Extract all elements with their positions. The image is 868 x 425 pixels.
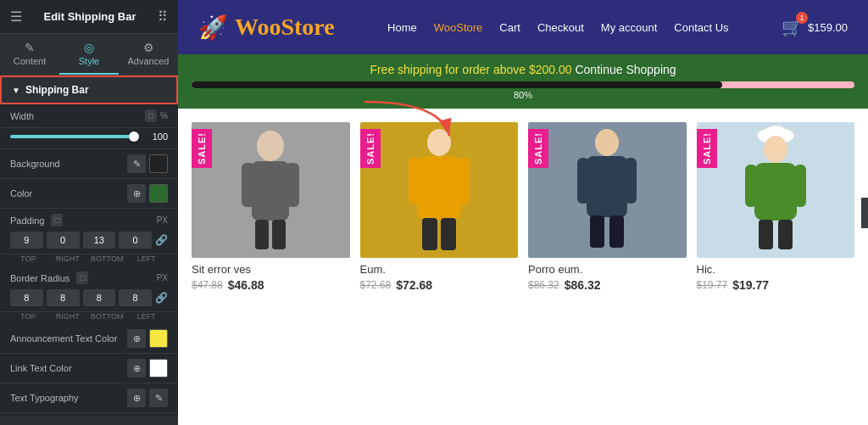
width-slider[interactable]: 100 (10, 131, 168, 142)
background-edit-icon[interactable]: ✎ (127, 154, 146, 173)
typography-edit-icon[interactable]: ✎ (149, 389, 168, 407)
br-top-label: TOP (10, 312, 47, 321)
svg-rect-3 (242, 163, 255, 207)
product-name-3: Hic. (697, 263, 855, 276)
svg-rect-11 (422, 218, 437, 250)
svg-rect-14 (587, 156, 627, 217)
tab-content[interactable]: ✎ Content (0, 34, 59, 75)
product-card-0: SALE! Sit error ves (192, 122, 350, 418)
br-left-label: LEFT (129, 312, 165, 321)
progress-bar-fill (192, 81, 722, 88)
typography-global-icon[interactable]: ⊕ (127, 389, 146, 407)
link-color-swatch[interactable] (149, 359, 168, 377)
store-nav: Home WooStore Cart Checkout My account C… (387, 21, 729, 34)
padding-link-icon[interactable]: 🔗 (155, 234, 168, 246)
announcement-global-icon[interactable]: ⊕ (127, 329, 146, 348)
width-field-row: Width □ % (0, 104, 178, 128)
svg-point-13 (595, 129, 619, 156)
width-unit-toggle[interactable]: □ (145, 109, 157, 122)
price-new-1: $72.68 (396, 278, 432, 292)
progress-bar-section[interactable]: ▶ Progress Bar (0, 417, 178, 425)
svg-rect-18 (609, 215, 624, 248)
tabs: ✎ Content ◎ Style ⚙ Advanced (0, 34, 178, 75)
background-swatch[interactable] (149, 154, 168, 173)
color-global-icon[interactable]: ⊕ (127, 184, 146, 203)
price-old-0: $47.88 (192, 279, 223, 291)
br-bottom-label: BOTTOM (89, 312, 125, 321)
padding-right-label: RIGHT (50, 254, 86, 263)
br-right-input[interactable] (47, 289, 80, 306)
br-right-label: RIGHT (50, 312, 86, 321)
nav-checkout[interactable]: Checkout (537, 21, 584, 34)
slider-row: 100 (0, 128, 178, 149)
products-grid: SALE! Sit error ves (178, 109, 868, 425)
padding-left-input[interactable] (119, 232, 152, 249)
tab-style[interactable]: ◎ Style (59, 34, 119, 75)
nav-cart[interactable]: Cart (499, 21, 520, 34)
slider-track (10, 135, 139, 138)
cart-area[interactable]: 🛒 1 $159.00 (782, 17, 848, 37)
section-header[interactable]: ▼ Shipping Bar (0, 75, 178, 104)
price-old-2: $86.32 (528, 279, 559, 291)
br-link-icon[interactable]: 🔗 (155, 292, 168, 304)
br-unit-icon[interactable]: □ (76, 271, 88, 284)
padding-fields: 🔗 (0, 228, 178, 254)
announcement-text-color-row: Announcement Text Color ⊕ (0, 324, 178, 354)
product-name-2: Porro eum. (528, 263, 687, 276)
store-name: WooStore (235, 14, 335, 41)
panel-title: Edit Shipping Bar (43, 10, 136, 23)
typography-controls: ⊕ ✎ (127, 389, 168, 407)
product-image-3: SALE! (697, 122, 855, 258)
padding-right-input[interactable] (47, 232, 80, 249)
grid-icon[interactable]: ⠿ (158, 8, 168, 25)
svg-rect-8 (417, 156, 461, 220)
padding-bottom-input[interactable] (83, 232, 116, 249)
nav-myaccount[interactable]: My account (601, 21, 657, 34)
nav-woostore[interactable]: WooStore (434, 21, 483, 34)
br-unit: PX (157, 273, 168, 282)
padding-bottom-label: BOTTOM (89, 254, 125, 263)
left-panel: ☰ Edit Shipping Bar ⠿ ✎ Content ◎ Style … (0, 0, 178, 425)
link-color-controls: ⊕ (127, 359, 168, 377)
border-radius-label-row: Border Radius □ PX (0, 266, 178, 286)
slider-value: 100 (144, 131, 168, 142)
content-icon: ✎ (25, 41, 35, 54)
tab-advanced[interactable]: ⚙ Advanced (119, 34, 178, 75)
price-row-1: $72.68 $72.68 (360, 278, 519, 292)
price-old-1: $72.68 (360, 279, 392, 291)
shipping-bar: Free shipping for order above $200.00 Co… (178, 54, 868, 109)
br-top-input[interactable] (10, 289, 43, 306)
announcement-color-swatch[interactable] (149, 329, 168, 348)
svg-rect-17 (590, 215, 604, 248)
cart-icon-wrap: 🛒 1 (782, 17, 803, 37)
br-left-input[interactable] (119, 289, 152, 306)
main-content: 🚀 WooStore Home WooStore Cart Checkout M… (178, 0, 868, 425)
text-typography-label: Text Typography (10, 393, 79, 403)
announcement-color-controls: ⊕ (127, 329, 168, 348)
nav-home[interactable]: Home (387, 21, 417, 34)
background-label: Background (10, 159, 60, 169)
svg-rect-23 (745, 165, 757, 207)
color-swatch[interactable] (149, 184, 168, 203)
color-label: Color (10, 188, 32, 199)
shipping-link[interactable]: Continue Shopping (575, 63, 676, 76)
background-controls: ✎ (127, 154, 168, 173)
br-bottom-input[interactable] (83, 289, 116, 306)
padding-unit-icon[interactable]: □ (51, 214, 63, 226)
padding-top-input[interactable] (10, 232, 43, 249)
link-global-icon[interactable]: ⊕ (127, 359, 146, 377)
store-header: 🚀 WooStore Home WooStore Cart Checkout M… (178, 0, 868, 54)
sale-badge-2: SALE! (528, 129, 548, 168)
svg-rect-16 (625, 158, 637, 204)
slider-thumb (129, 131, 139, 142)
slider-fill (10, 135, 139, 138)
svg-rect-25 (759, 220, 773, 249)
svg-rect-26 (778, 220, 793, 249)
hamburger-icon[interactable]: ☰ (10, 8, 22, 25)
nav-contactus[interactable]: Contact Us (674, 21, 728, 34)
width-label: Width (10, 111, 34, 121)
color-row: Color ⊕ (0, 179, 178, 209)
svg-rect-10 (458, 158, 470, 204)
svg-rect-4 (286, 163, 299, 207)
padding-unit: PX (157, 215, 168, 225)
